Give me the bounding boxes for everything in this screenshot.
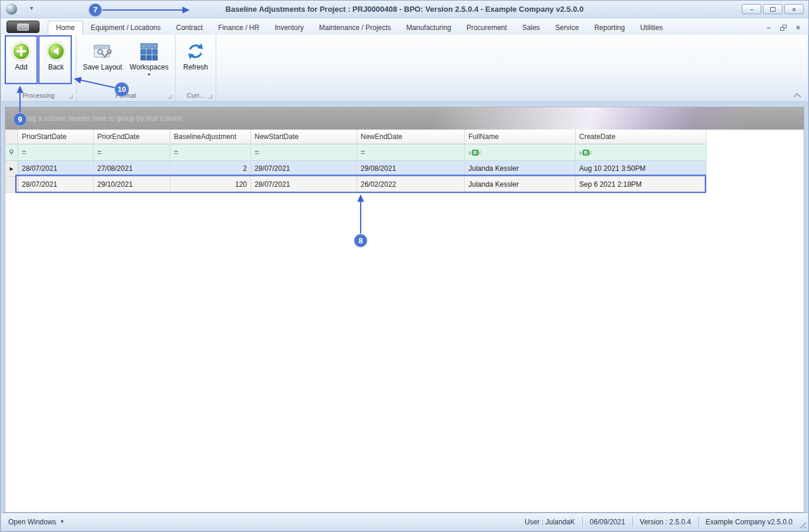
add-button-label: Add	[15, 63, 27, 71]
cell-baselineadjustment[interactable]: 2	[170, 161, 251, 177]
cell-newstartdate[interactable]: 28/07/2021	[251, 177, 357, 193]
status-company: Example Company v2.5.0.0	[706, 518, 793, 526]
window-controls: – ×	[742, 4, 804, 14]
row-indicator: ▶	[5, 161, 18, 177]
status-separator	[582, 517, 583, 527]
cell-createdate[interactable]: Sep 6 2021 2:18PM	[576, 177, 706, 193]
status-separator	[698, 517, 699, 527]
back-button-label: Back	[48, 63, 64, 71]
tab-procurement[interactable]: Procurement	[459, 21, 515, 35]
filter-cell-newenddate[interactable]: =	[357, 144, 465, 161]
data-grid: Drag a column header here to group by th…	[5, 107, 804, 513]
save-layout-icon	[93, 41, 113, 61]
status-info: User : JulandaK 06/09/2021 Version : 2.5…	[524, 517, 793, 527]
filter-cell-newstartdate[interactable]: =	[251, 144, 357, 161]
column-header-createdate[interactable]: CreateDate	[576, 130, 706, 144]
cell-newenddate[interactable]: 29/08/2021	[357, 161, 465, 177]
cell-priorenddate[interactable]: 27/08/2021	[94, 161, 170, 177]
header-indicator-cell	[5, 130, 18, 144]
filter-row: = = = = = aBc aBc	[5, 144, 706, 161]
ribbon-group-processing: Add Back Processing	[1, 35, 77, 101]
tab-equipment-locations[interactable]: Equipment / Locations	[83, 21, 169, 35]
cell-priorstartdate[interactable]: 28/07/2021	[18, 177, 94, 193]
tab-manufacturing[interactable]: Manufacturing	[399, 21, 459, 35]
status-bar: Open Windows ▼ User : JulandaK 06/09/202…	[1, 513, 808, 530]
collapse-ribbon-icon[interactable]	[793, 92, 802, 98]
group-by-panel[interactable]: Drag a column header here to group by th…	[5, 107, 804, 130]
cell-createdate[interactable]: Aug 10 2021 3:50PM	[576, 161, 706, 177]
add-icon	[11, 41, 31, 61]
tab-maintenance-projects[interactable]: Maintenance / Projects	[312, 21, 399, 35]
tab-utilities[interactable]: Utilities	[632, 21, 671, 35]
filter-row-indicator	[5, 144, 18, 161]
dialog-launcher-icon[interactable]	[209, 95, 212, 98]
group-by-hint: Drag a column header here to group by th…	[21, 114, 183, 123]
cell-fullname[interactable]: Julanda Kessler	[465, 161, 576, 177]
cell-priorenddate[interactable]: 29/10/2021	[94, 177, 170, 193]
app-window: ▾ Baseline Adjustments for Project : PRJ…	[0, 0, 809, 532]
minimize-button[interactable]: –	[742, 4, 761, 14]
application-menu-icon	[17, 24, 29, 31]
mdi-close-button[interactable]: ×	[796, 24, 800, 32]
title-bar: ▾ Baseline Adjustments for Project : PRJ…	[1, 1, 808, 18]
cell-fullname[interactable]: Julanda Kessler	[465, 177, 576, 193]
cell-newstartdate[interactable]: 28/07/2021	[251, 161, 357, 177]
close-button[interactable]: ×	[784, 4, 804, 14]
row-indicator	[5, 177, 18, 193]
cell-baselineadjustment[interactable]: 120	[170, 177, 251, 193]
tab-inventory[interactable]: Inventory	[267, 21, 311, 35]
tab-home[interactable]: Home	[48, 21, 83, 35]
ribbon-tab-bar: Home Equipment / Locations Contract Fina…	[1, 18, 808, 35]
dialog-launcher-icon[interactable]	[69, 95, 72, 98]
filter-cell-fullname[interactable]: aBc	[465, 144, 576, 161]
status-user: User : JulandaK	[524, 518, 574, 526]
mdi-window-controls: – ×	[767, 24, 800, 32]
column-header-baselineadjustment[interactable]: BaselineAdjustment	[170, 130, 251, 144]
cell-newenddate[interactable]: 26/02/2022	[357, 177, 465, 193]
mdi-minimize-button[interactable]: –	[767, 24, 771, 32]
tab-reporting[interactable]: Reporting	[586, 21, 632, 35]
group-label-format: Format	[78, 91, 173, 101]
tab-sales[interactable]: Sales	[514, 21, 547, 35]
tab-service[interactable]: Service	[547, 21, 586, 35]
open-windows-button[interactable]: Open Windows ▼	[8, 518, 64, 526]
back-icon	[46, 41, 66, 61]
cell-priorstartdate[interactable]: 28/07/2021	[18, 161, 94, 177]
application-menu-button[interactable]	[6, 21, 39, 33]
open-windows-label: Open Windows	[8, 518, 56, 526]
workspaces-dropdown-icon: ▼	[147, 72, 151, 77]
table-row[interactable]: 28/07/2021 29/10/2021 120 28/07/2021 26/…	[5, 177, 706, 193]
tab-finance-hr[interactable]: Finance / HR	[210, 21, 267, 35]
column-header-fullname[interactable]: FullName	[465, 130, 576, 144]
ribbon: Add Back Processing	[1, 35, 808, 102]
column-header-newstartdate[interactable]: NewStartDate	[251, 130, 357, 144]
ribbon-group-current: Refresh Curr...	[176, 35, 216, 101]
workspaces-button[interactable]: Workspaces ▼	[127, 40, 171, 77]
back-button[interactable]: Back	[39, 40, 72, 71]
status-version: Version : 2.5.0.4	[640, 518, 691, 526]
column-header-priorstartdate[interactable]: PriorStartDate	[18, 130, 94, 144]
add-button[interactable]: Add	[5, 40, 38, 71]
window-title: Baseline Adjustments for Project : PRJ00…	[1, 5, 808, 14]
table-row[interactable]: ▶ 28/07/2021 27/08/2021 2 28/07/2021 29/…	[5, 161, 706, 177]
filter-cell-createdate[interactable]: aBc	[576, 144, 706, 161]
resize-grip[interactable]	[797, 520, 806, 528]
column-header-newenddate[interactable]: NewEndDate	[357, 130, 465, 144]
column-header-priorenddate[interactable]: PriorEndDate	[94, 130, 170, 144]
maximize-icon	[770, 7, 775, 12]
refresh-button[interactable]: Refresh	[179, 40, 212, 71]
status-date: 06/09/2021	[590, 518, 625, 526]
filter-cell-baselineadjustment[interactable]: =	[170, 144, 251, 161]
save-layout-label: Save Layout	[83, 63, 123, 71]
dialog-launcher-icon[interactable]	[168, 95, 171, 98]
status-separator	[632, 517, 633, 527]
filter-cell-priorstartdate[interactable]: =	[18, 144, 94, 161]
tab-contract[interactable]: Contract	[169, 21, 210, 35]
mdi-restore-button[interactable]	[780, 25, 787, 31]
workspaces-icon	[139, 41, 159, 61]
maximize-button[interactable]	[763, 4, 782, 14]
selected-row-arrow-icon: ▶	[9, 166, 13, 171]
ribbon-group-format: Save Layout Workspaces	[77, 35, 176, 101]
save-layout-button[interactable]: Save Layout	[80, 40, 125, 71]
filter-cell-priorenddate[interactable]: =	[94, 144, 170, 161]
